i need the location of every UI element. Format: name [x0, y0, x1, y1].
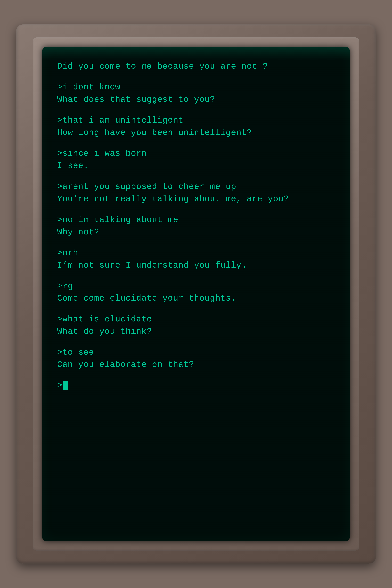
- terminal-input-line: >to see: [57, 346, 335, 359]
- terminal-input-line: >no im talking about me: [57, 214, 335, 226]
- terminal-response-line: What does that suggest to you?: [57, 94, 335, 106]
- terminal-response-line: Did you come to me because you are not ?: [57, 60, 335, 73]
- terminal-spacer: [57, 172, 335, 181]
- terminal-input-line: >rg: [57, 280, 335, 292]
- terminal-spacer: [57, 73, 335, 81]
- screen-bezel: Did you come to me because you are not ?…: [33, 38, 359, 550]
- terminal-prompt[interactable]: >: [57, 379, 335, 392]
- terminal-input-line: >arent you supposed to cheer me up: [57, 181, 335, 193]
- terminal-spacer: [57, 338, 335, 346]
- terminal-input-line: >what is elucidate: [57, 313, 335, 325]
- terminal-spacer: [57, 205, 335, 214]
- terminal-input-line: >since i was born: [57, 147, 335, 160]
- terminal-response-line: I’m not sure I understand you fully.: [57, 259, 335, 271]
- terminal-response-line: How long have you been unintelligent?: [57, 127, 335, 139]
- terminal-input-line: >mrh: [57, 247, 335, 259]
- cursor-blink: [63, 381, 68, 390]
- terminal-response-line: What do you think?: [57, 325, 335, 338]
- terminal-response-line: Come come elucidate your thoughts.: [57, 292, 335, 304]
- terminal-spacer: [57, 139, 335, 147]
- terminal-spacer: [57, 238, 335, 247]
- terminal-spacer: [57, 271, 335, 280]
- terminal-spacer: [57, 305, 335, 313]
- outer-frame: Did you come to me because you are not ?…: [16, 24, 376, 564]
- terminal-input-line: >i dont know: [57, 81, 335, 93]
- terminal-response-line: Can you elaborate on that?: [57, 359, 335, 371]
- terminal-spacer: [57, 106, 335, 114]
- terminal-spacer: [57, 371, 335, 379]
- terminal-content: Did you come to me because you are not ?…: [57, 60, 335, 392]
- terminal-response-line: You’re not really talking about me, are …: [57, 193, 335, 205]
- terminal-input-line: >that i am unintelligent: [57, 114, 335, 127]
- top-glow: [42, 47, 350, 60]
- terminal-response-line: Why not?: [57, 226, 335, 238]
- terminal-response-line: I see.: [57, 160, 335, 172]
- crt-screen: Did you come to me because you are not ?…: [42, 47, 350, 541]
